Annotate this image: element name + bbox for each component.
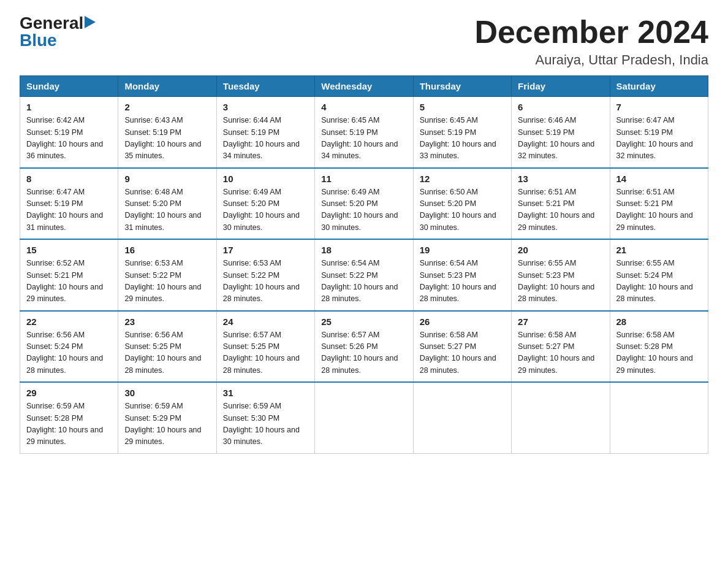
day-number: 9 bbox=[124, 174, 210, 184]
calendar-day-cell: 5 Sunrise: 6:45 AMSunset: 5:19 PMDayligh… bbox=[413, 97, 511, 168]
day-number: 10 bbox=[223, 174, 308, 184]
day-number: 8 bbox=[26, 174, 112, 184]
day-number: 1 bbox=[26, 102, 112, 112]
day-info: Sunrise: 6:57 AMSunset: 5:26 PMDaylight:… bbox=[321, 331, 398, 375]
day-info: Sunrise: 6:53 AMSunset: 5:22 PMDaylight:… bbox=[223, 259, 300, 303]
day-number: 24 bbox=[223, 316, 308, 327]
calendar-day-cell: 26 Sunrise: 6:58 AMSunset: 5:27 PMDaylig… bbox=[413, 311, 511, 383]
main-title: December 2024 bbox=[474, 15, 708, 50]
day-number: 2 bbox=[124, 102, 210, 112]
day-number: 20 bbox=[518, 245, 603, 255]
calendar-day-cell: 14 Sunrise: 6:51 AMSunset: 5:21 PMDaylig… bbox=[610, 168, 708, 240]
day-number: 5 bbox=[420, 102, 505, 112]
calendar-day-cell: 4 Sunrise: 6:45 AMSunset: 5:19 PMDayligh… bbox=[315, 97, 413, 168]
day-info: Sunrise: 6:42 AMSunset: 5:19 PMDaylight:… bbox=[26, 116, 103, 160]
day-info: Sunrise: 6:49 AMSunset: 5:20 PMDaylight:… bbox=[223, 188, 300, 232]
calendar-header: SundayMondayTuesdayWednesdayThursdayFrid… bbox=[20, 76, 708, 97]
calendar-day-cell: 27 Sunrise: 6:58 AMSunset: 5:27 PMDaylig… bbox=[512, 311, 610, 383]
day-info: Sunrise: 6:58 AMSunset: 5:28 PMDaylight:… bbox=[616, 331, 693, 375]
day-number: 27 bbox=[518, 316, 603, 327]
calendar-week-row: 29 Sunrise: 6:59 AMSunset: 5:28 PMDaylig… bbox=[20, 382, 708, 453]
day-number: 17 bbox=[223, 245, 308, 255]
day-info: Sunrise: 6:58 AMSunset: 5:27 PMDaylight:… bbox=[420, 331, 496, 375]
calendar-header-cell: Friday bbox=[512, 76, 610, 97]
day-number: 11 bbox=[321, 174, 406, 184]
day-info: Sunrise: 6:59 AMSunset: 5:28 PMDaylight:… bbox=[26, 402, 103, 446]
day-number: 29 bbox=[26, 388, 112, 398]
day-number: 7 bbox=[616, 102, 702, 112]
calendar-day-cell: 31 Sunrise: 6:59 AMSunset: 5:30 PMDaylig… bbox=[216, 382, 314, 453]
page-header: General Blue December 2024 Auraiya, Utta… bbox=[20, 15, 708, 68]
calendar-day-cell: 30 Sunrise: 6:59 AMSunset: 5:29 PMDaylig… bbox=[118, 382, 216, 453]
day-number: 4 bbox=[321, 102, 406, 112]
calendar-day-cell: 25 Sunrise: 6:57 AMSunset: 5:26 PMDaylig… bbox=[315, 311, 413, 383]
day-info: Sunrise: 6:56 AMSunset: 5:25 PMDaylight:… bbox=[124, 331, 201, 375]
day-info: Sunrise: 6:46 AMSunset: 5:19 PMDaylight:… bbox=[518, 116, 594, 160]
calendar-header-cell: Tuesday bbox=[216, 76, 314, 97]
day-info: Sunrise: 6:53 AMSunset: 5:22 PMDaylight:… bbox=[124, 259, 201, 303]
calendar-day-cell: 2 Sunrise: 6:43 AMSunset: 5:19 PMDayligh… bbox=[118, 97, 216, 168]
calendar-week-row: 15 Sunrise: 6:52 AMSunset: 5:21 PMDaylig… bbox=[20, 239, 708, 311]
day-info: Sunrise: 6:56 AMSunset: 5:24 PMDaylight:… bbox=[26, 331, 103, 375]
day-number: 19 bbox=[420, 245, 505, 255]
day-info: Sunrise: 6:47 AMSunset: 5:19 PMDaylight:… bbox=[26, 188, 103, 232]
calendar-day-cell: 28 Sunrise: 6:58 AMSunset: 5:28 PMDaylig… bbox=[610, 311, 708, 383]
day-number: 30 bbox=[124, 388, 210, 398]
day-info: Sunrise: 6:51 AMSunset: 5:21 PMDaylight:… bbox=[518, 188, 594, 232]
calendar-day-cell: 3 Sunrise: 6:44 AMSunset: 5:19 PMDayligh… bbox=[216, 97, 314, 168]
calendar-header-cell: Monday bbox=[118, 76, 216, 97]
day-info: Sunrise: 6:44 AMSunset: 5:19 PMDaylight:… bbox=[223, 116, 300, 160]
calendar-day-cell bbox=[512, 382, 610, 453]
calendar-day-cell: 23 Sunrise: 6:56 AMSunset: 5:25 PMDaylig… bbox=[118, 311, 216, 383]
calendar-week-row: 22 Sunrise: 6:56 AMSunset: 5:24 PMDaylig… bbox=[20, 311, 708, 383]
calendar-day-cell bbox=[610, 382, 708, 453]
calendar-day-cell: 20 Sunrise: 6:55 AMSunset: 5:23 PMDaylig… bbox=[512, 239, 610, 311]
calendar-day-cell: 19 Sunrise: 6:54 AMSunset: 5:23 PMDaylig… bbox=[413, 239, 511, 311]
calendar-body: 1 Sunrise: 6:42 AMSunset: 5:19 PMDayligh… bbox=[20, 97, 708, 454]
calendar-day-cell: 8 Sunrise: 6:47 AMSunset: 5:19 PMDayligh… bbox=[20, 168, 118, 240]
logo-text: General bbox=[20, 15, 96, 32]
day-info: Sunrise: 6:57 AMSunset: 5:25 PMDaylight:… bbox=[223, 331, 300, 375]
day-info: Sunrise: 6:59 AMSunset: 5:30 PMDaylight:… bbox=[223, 402, 300, 446]
day-info: Sunrise: 6:54 AMSunset: 5:22 PMDaylight:… bbox=[321, 259, 398, 303]
calendar-header-cell: Wednesday bbox=[315, 76, 413, 97]
day-number: 13 bbox=[518, 174, 603, 184]
title-block: December 2024 Auraiya, Uttar Pradesh, In… bbox=[474, 15, 708, 68]
calendar-day-cell: 1 Sunrise: 6:42 AMSunset: 5:19 PMDayligh… bbox=[20, 97, 118, 168]
logo-arrow-icon bbox=[85, 16, 96, 28]
calendar-day-cell: 6 Sunrise: 6:46 AMSunset: 5:19 PMDayligh… bbox=[512, 97, 610, 168]
calendar-day-cell: 13 Sunrise: 6:51 AMSunset: 5:21 PMDaylig… bbox=[512, 168, 610, 240]
calendar-day-cell: 24 Sunrise: 6:57 AMSunset: 5:25 PMDaylig… bbox=[216, 311, 314, 383]
calendar-header-cell: Sunday bbox=[20, 76, 118, 97]
day-number: 23 bbox=[124, 316, 210, 327]
calendar-day-cell: 12 Sunrise: 6:50 AMSunset: 5:20 PMDaylig… bbox=[413, 168, 511, 240]
day-info: Sunrise: 6:47 AMSunset: 5:19 PMDaylight:… bbox=[616, 116, 693, 160]
day-info: Sunrise: 6:45 AMSunset: 5:19 PMDaylight:… bbox=[321, 116, 398, 160]
calendar-day-cell: 18 Sunrise: 6:54 AMSunset: 5:22 PMDaylig… bbox=[315, 239, 413, 311]
calendar-day-cell: 22 Sunrise: 6:56 AMSunset: 5:24 PMDaylig… bbox=[20, 311, 118, 383]
day-info: Sunrise: 6:48 AMSunset: 5:20 PMDaylight:… bbox=[124, 188, 201, 232]
calendar-day-cell: 29 Sunrise: 6:59 AMSunset: 5:28 PMDaylig… bbox=[20, 382, 118, 453]
day-number: 25 bbox=[321, 316, 406, 327]
day-number: 22 bbox=[26, 316, 112, 327]
day-number: 12 bbox=[420, 174, 505, 184]
calendar-day-cell: 7 Sunrise: 6:47 AMSunset: 5:19 PMDayligh… bbox=[610, 97, 708, 168]
calendar-day-cell bbox=[413, 382, 511, 453]
calendar-day-cell: 16 Sunrise: 6:53 AMSunset: 5:22 PMDaylig… bbox=[118, 239, 216, 311]
calendar-header-row: SundayMondayTuesdayWednesdayThursdayFrid… bbox=[20, 76, 708, 97]
day-number: 26 bbox=[420, 316, 505, 327]
day-number: 21 bbox=[616, 245, 702, 255]
calendar-header-cell: Saturday bbox=[610, 76, 708, 97]
day-info: Sunrise: 6:55 AMSunset: 5:24 PMDaylight:… bbox=[616, 259, 693, 303]
day-info: Sunrise: 6:54 AMSunset: 5:23 PMDaylight:… bbox=[420, 259, 496, 303]
calendar-day-cell: 21 Sunrise: 6:55 AMSunset: 5:24 PMDaylig… bbox=[610, 239, 708, 311]
day-number: 14 bbox=[616, 174, 702, 184]
day-info: Sunrise: 6:55 AMSunset: 5:23 PMDaylight:… bbox=[518, 259, 594, 303]
calendar-day-cell: 17 Sunrise: 6:53 AMSunset: 5:22 PMDaylig… bbox=[216, 239, 314, 311]
day-number: 28 bbox=[616, 316, 702, 327]
day-info: Sunrise: 6:51 AMSunset: 5:21 PMDaylight:… bbox=[616, 188, 693, 232]
day-number: 31 bbox=[223, 388, 308, 398]
day-number: 6 bbox=[518, 102, 603, 112]
logo-blue: Blue bbox=[20, 31, 57, 50]
day-info: Sunrise: 6:50 AMSunset: 5:20 PMDaylight:… bbox=[420, 188, 496, 232]
